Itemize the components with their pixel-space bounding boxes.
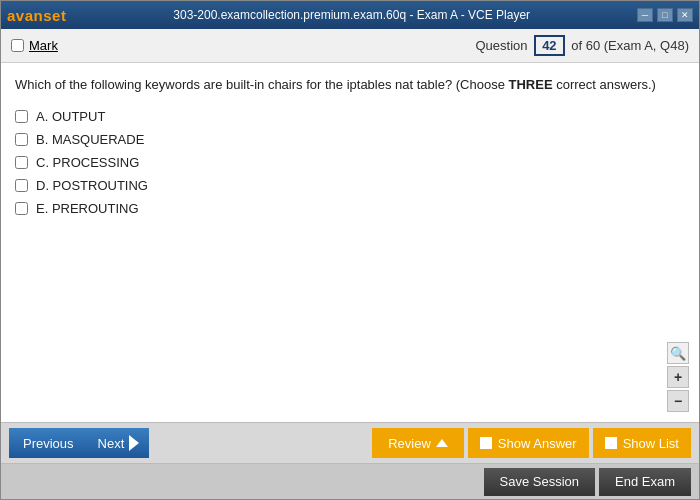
show-list-label: Show List bbox=[623, 436, 679, 451]
zoom-out-button[interactable]: − bbox=[667, 390, 689, 412]
nav-row: Previous Next Review Show Answer Show Li… bbox=[1, 423, 699, 463]
mark-label: Mark bbox=[29, 38, 58, 53]
mark-checkbox-input[interactable] bbox=[11, 39, 24, 52]
mark-checkbox-label[interactable]: Mark bbox=[11, 38, 58, 53]
show-list-button[interactable]: Show List bbox=[593, 428, 691, 458]
next-label: Next bbox=[98, 436, 125, 451]
app-logo: avanset bbox=[7, 7, 66, 24]
review-button[interactable]: Review bbox=[372, 428, 464, 458]
option-c-label: C. PROCESSING bbox=[36, 155, 139, 170]
option-a-label: A. OUTPUT bbox=[36, 109, 105, 124]
answer-option-e: E. PREROUTING bbox=[15, 201, 685, 216]
answer-option-c: C. PROCESSING bbox=[15, 155, 685, 170]
toolbar: Mark Question 42 of 60 (Exam A, Q48) bbox=[1, 29, 699, 63]
answer-option-b: B. MASQUERADE bbox=[15, 132, 685, 147]
end-exam-button[interactable]: End Exam bbox=[599, 468, 691, 496]
checkbox-d[interactable] bbox=[15, 179, 28, 192]
question-number-badge: 42 bbox=[534, 35, 564, 56]
checkbox-a[interactable] bbox=[15, 110, 28, 123]
next-arrow-icon bbox=[129, 435, 139, 451]
logo-accent: set bbox=[43, 7, 66, 24]
logo-text: avan bbox=[7, 7, 43, 24]
show-list-icon bbox=[605, 437, 617, 449]
next-button[interactable]: Next bbox=[88, 428, 150, 458]
show-answer-label: Show Answer bbox=[498, 436, 577, 451]
main-window: avanset 303-200.examcollection.premium.e… bbox=[0, 0, 700, 500]
bottom-bar: Previous Next Review Show Answer Show Li… bbox=[1, 422, 699, 499]
question-info: Question 42 of 60 (Exam A, Q48) bbox=[475, 35, 689, 56]
zoom-in-button[interactable]: + bbox=[667, 366, 689, 388]
option-e-label: E. PREROUTING bbox=[36, 201, 139, 216]
window-controls: ─ □ ✕ bbox=[637, 8, 693, 22]
option-b-label: B. MASQUERADE bbox=[36, 132, 144, 147]
question-text: Which of the following keywords are buil… bbox=[15, 75, 685, 95]
checkbox-c[interactable] bbox=[15, 156, 28, 169]
question-text-suffix: correct answers.) bbox=[553, 77, 656, 92]
answer-option-d: D. POSTROUTING bbox=[15, 178, 685, 193]
question-bold-text: THREE bbox=[509, 77, 553, 92]
close-button[interactable]: ✕ bbox=[677, 8, 693, 22]
zoom-search-icon[interactable]: 🔍 bbox=[667, 342, 689, 364]
question-total: of 60 (Exam A, Q48) bbox=[571, 38, 689, 53]
show-answer-icon bbox=[480, 437, 492, 449]
save-session-button[interactable]: Save Session bbox=[484, 468, 596, 496]
option-d-label: D. POSTROUTING bbox=[36, 178, 148, 193]
answer-option-a: A. OUTPUT bbox=[15, 109, 685, 124]
content-area: Which of the following keywords are buil… bbox=[1, 63, 699, 422]
window-title: 303-200.examcollection.premium.exam.60q … bbox=[173, 8, 530, 22]
checkbox-e[interactable] bbox=[15, 202, 28, 215]
action-row: Save Session End Exam bbox=[1, 463, 699, 499]
title-bar: avanset 303-200.examcollection.premium.e… bbox=[1, 1, 699, 29]
question-label: Question bbox=[475, 38, 527, 53]
checkbox-b[interactable] bbox=[15, 133, 28, 146]
question-text-prefix: Which of the following keywords are buil… bbox=[15, 77, 509, 92]
show-answer-button[interactable]: Show Answer bbox=[468, 428, 589, 458]
zoom-controls: 🔍 + − bbox=[667, 342, 689, 412]
review-up-icon bbox=[436, 439, 448, 447]
previous-button[interactable]: Previous bbox=[9, 428, 88, 458]
review-label: Review bbox=[388, 436, 431, 451]
maximize-button[interactable]: □ bbox=[657, 8, 673, 22]
minimize-button[interactable]: ─ bbox=[637, 8, 653, 22]
